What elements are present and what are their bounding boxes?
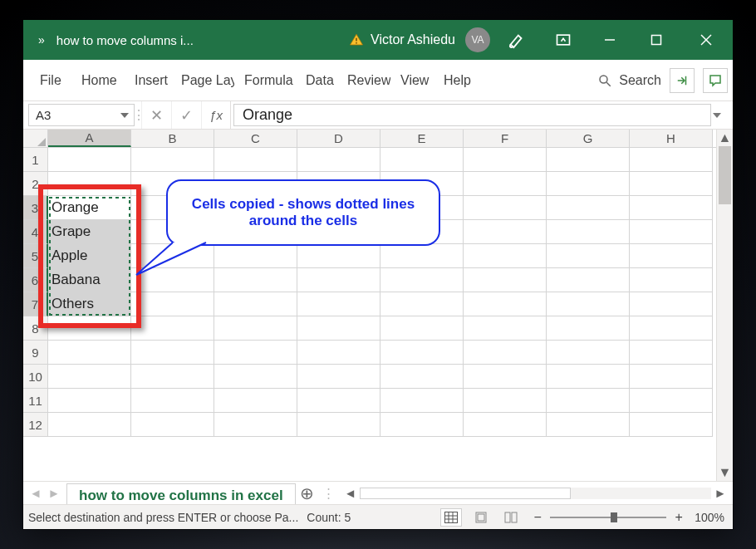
cell-A1[interactable]	[48, 148, 131, 172]
column-header-F[interactable]: F	[464, 130, 547, 147]
cell-C12[interactable]	[214, 413, 297, 437]
cell-F7[interactable]	[464, 292, 547, 316]
formula-input[interactable]: Orange	[233, 104, 711, 126]
window-close-button[interactable]	[683, 20, 729, 60]
column-header-A[interactable]: A	[48, 130, 131, 147]
cell-H12[interactable]	[630, 413, 713, 437]
confirm-formula-button[interactable]: ✓	[171, 101, 201, 129]
cell-A7[interactable]: Others	[48, 292, 131, 316]
tab-review[interactable]: Review	[339, 68, 390, 93]
expand-formula-bar[interactable]	[713, 101, 733, 129]
cell-G12[interactable]	[547, 413, 630, 437]
view-page-break-button[interactable]	[500, 508, 522, 527]
cell-F1[interactable]	[464, 148, 547, 172]
cell-E1[interactable]	[380, 148, 464, 172]
cell-E5[interactable]	[380, 244, 464, 268]
cell-B9[interactable]	[131, 341, 214, 365]
tab-home[interactable]: Home	[73, 68, 125, 93]
cell-E12[interactable]	[380, 413, 464, 437]
cell-B7[interactable]	[131, 292, 214, 316]
scroll-thumb[interactable]	[360, 488, 571, 499]
cell-D2[interactable]	[297, 172, 380, 196]
sheet-nav-prev[interactable]: ◄	[28, 486, 43, 501]
cell-B8[interactable]	[131, 316, 214, 341]
search-button[interactable]: Search	[597, 73, 661, 88]
new-sheet-button[interactable]: ⊕	[296, 482, 319, 504]
column-header-D[interactable]: D	[297, 130, 380, 147]
cell-G9[interactable]	[547, 341, 630, 365]
worksheet-grid[interactable]: ABCDEFGH 123Orange4Grape5Apple6Babana7Ot…	[23, 130, 716, 481]
scroll-thumb[interactable]	[719, 146, 731, 204]
cancel-formula-button[interactable]: ✕	[141, 101, 171, 129]
cell-E10[interactable]	[380, 365, 464, 389]
cell-D6[interactable]	[297, 268, 380, 292]
cell-G5[interactable]	[547, 244, 630, 268]
cell-B10[interactable]	[131, 365, 214, 389]
tab-view[interactable]: View	[392, 68, 434, 93]
cell-H4[interactable]	[630, 220, 713, 244]
tab-data[interactable]: Data	[297, 68, 337, 93]
cell-B5[interactable]	[131, 244, 214, 268]
row-header-10[interactable]: 10	[23, 365, 48, 389]
cell-C10[interactable]	[214, 365, 297, 389]
cell-F11[interactable]	[464, 389, 547, 413]
user-avatar[interactable]: VA	[465, 27, 490, 52]
cell-F9[interactable]	[464, 341, 547, 365]
zoom-percent[interactable]: 100%	[695, 511, 724, 524]
column-header-B[interactable]: B	[131, 130, 214, 147]
cell-F12[interactable]	[464, 413, 547, 437]
row-header-3[interactable]: 3	[23, 196, 48, 220]
horizontal-scrollbar[interactable]: ◄ ►	[338, 482, 733, 504]
cell-D10[interactable]	[297, 365, 380, 389]
cell-G7[interactable]	[547, 292, 630, 316]
cell-F3[interactable]	[464, 196, 547, 220]
cell-B4[interactable]	[131, 220, 214, 244]
row-header-12[interactable]: 12	[23, 413, 48, 437]
cell-A12[interactable]	[48, 413, 131, 437]
zoom-in-button[interactable]: +	[671, 510, 686, 525]
cell-F8[interactable]	[464, 316, 547, 341]
user-name[interactable]: Victor Ashiedu	[371, 32, 455, 47]
scroll-down-button[interactable]: ▼	[717, 464, 733, 481]
cell-A6[interactable]: Babana	[48, 268, 131, 292]
column-header-C[interactable]: C	[214, 130, 297, 147]
vertical-scrollbar[interactable]: ▲ ▼	[716, 130, 733, 481]
cell-G11[interactable]	[547, 389, 630, 413]
cell-H3[interactable]	[630, 196, 713, 220]
row-header-1[interactable]: 1	[23, 148, 48, 172]
cell-C5[interactable]	[214, 244, 297, 268]
cell-D7[interactable]	[297, 292, 380, 316]
cell-C7[interactable]	[214, 292, 297, 316]
cell-D9[interactable]	[297, 341, 380, 365]
cell-A4[interactable]: Grape	[48, 220, 131, 244]
cell-C6[interactable]	[214, 268, 297, 292]
cell-G10[interactable]	[547, 365, 630, 389]
cell-A5[interactable]: Apple	[48, 244, 131, 268]
cell-C8[interactable]	[214, 316, 297, 341]
scroll-left-button[interactable]: ◄	[343, 486, 358, 501]
cell-E4[interactable]	[380, 220, 464, 244]
row-header-4[interactable]: 4	[23, 220, 48, 244]
cell-H8[interactable]	[630, 316, 713, 341]
sheet-nav-next[interactable]: ►	[47, 486, 61, 501]
cell-B6[interactable]	[131, 268, 214, 292]
cell-A11[interactable]	[48, 389, 131, 413]
tab-insert[interactable]: Insert	[126, 68, 171, 93]
zoom-knob[interactable]	[611, 512, 617, 522]
scroll-up-button[interactable]: ▲	[717, 130, 733, 146]
cell-D4[interactable]	[297, 220, 380, 244]
column-header-E[interactable]: E	[380, 130, 464, 147]
row-header-9[interactable]: 9	[23, 341, 48, 365]
cell-A8[interactable]	[48, 316, 131, 341]
tab-formulas[interactable]: Formula	[236, 68, 296, 93]
zoom-out-button[interactable]: −	[530, 510, 545, 525]
quick-access-more[interactable]: »	[35, 33, 50, 47]
cell-H1[interactable]	[630, 148, 713, 172]
share-button[interactable]	[670, 68, 695, 93]
cell-C9[interactable]	[214, 341, 297, 365]
window-maximize-button[interactable]	[636, 20, 676, 60]
draw-tool-icon[interactable]	[497, 20, 537, 60]
row-header-11[interactable]: 11	[23, 389, 48, 413]
cell-H2[interactable]	[630, 172, 713, 196]
ribbon-display-options-icon[interactable]	[543, 20, 583, 60]
